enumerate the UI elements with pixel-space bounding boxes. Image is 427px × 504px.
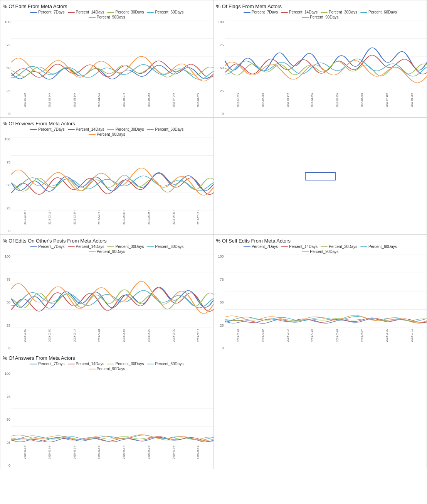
chart-cell-reviews-meta: % Of Reviews From Meta ActorsPercent_7Da… bbox=[0, 118, 214, 235]
y-tick: 0 bbox=[216, 346, 224, 350]
x-axis-labels: 2019-01-02 05:00:00Z2019-02-24 05:00:00Z… bbox=[11, 93, 214, 116]
x-tick-label: 2019-04-09 04:00:00Z bbox=[311, 328, 334, 342]
chart-wrapper: 10075502502019-02-24 05:00:00Z2019-03-11… bbox=[3, 137, 211, 233]
x-tick-label: 2019-06-30 04:00:00Z bbox=[172, 328, 195, 342]
chart-title: % Of Self Edits From Meta Actors bbox=[216, 238, 425, 244]
legend-item: Percent_30Days bbox=[107, 244, 144, 249]
y-axis-labels: 1007550250 bbox=[216, 20, 225, 116]
x-tick-label: 2019-01-02 05:00:00Z bbox=[24, 445, 46, 459]
x-tick-label: 2019-03-14 05:00:00Z bbox=[286, 328, 309, 342]
y-tick: 75 bbox=[3, 160, 10, 164]
x-tick-label: 2019-04-04 04:00:00Z bbox=[98, 328, 120, 342]
legend-item: Percent_14Days bbox=[281, 10, 318, 14]
legend-item: Percent_7Days bbox=[30, 127, 64, 131]
y-tick: 25 bbox=[216, 89, 224, 93]
x-tick-label: 2019-05-25 04:00:00Z bbox=[148, 93, 170, 107]
chart-legend: Percent_7DaysPercent_14DaysPercent_30Day… bbox=[3, 10, 211, 19]
legend-item: Percent_90Days bbox=[89, 132, 125, 137]
y-tick: 100 bbox=[3, 20, 10, 24]
legend-item: Percent_60Days bbox=[147, 127, 183, 131]
y-tick: 75 bbox=[3, 43, 10, 47]
active-selection-box[interactable] bbox=[305, 172, 336, 180]
chart-wrapper: 10075502502019-01-02 05:00:00Z2019-02-06… bbox=[3, 255, 211, 350]
chart-wrapper: 10075502502019-01-02 05:00:00Z2019-02-24… bbox=[3, 20, 211, 116]
legend-item: Percent_60Days bbox=[360, 10, 397, 14]
x-tick-label: 2019-05-07 04:00:00Z bbox=[336, 328, 358, 342]
x-tick-label: 2019-06-30 04:00:00Z bbox=[172, 211, 195, 224]
legend-item: Percent_14Days bbox=[68, 244, 104, 249]
y-tick: 0 bbox=[3, 464, 10, 467]
chart-title: % Of Flags From Meta Actors bbox=[216, 3, 425, 9]
y-tick: 50 bbox=[3, 183, 10, 187]
x-tick-label: 2019-05-29 04:00:00Z bbox=[148, 328, 170, 342]
y-tick: 0 bbox=[3, 229, 10, 233]
y-tick: 75 bbox=[3, 395, 10, 399]
y-tick: 100 bbox=[3, 255, 10, 258]
chart-legend: Percent_7DaysPercent_14DaysPercent_30Day… bbox=[216, 10, 425, 19]
y-tick: 25 bbox=[3, 441, 10, 445]
svg-container bbox=[225, 255, 427, 328]
x-tick-label: 2019-01-02 05:00:00Z bbox=[24, 93, 46, 107]
svg-container bbox=[11, 255, 214, 328]
y-tick: 75 bbox=[3, 278, 10, 281]
x-tick-label: 2019-08-05 04:00:00Z bbox=[410, 93, 427, 107]
dashboard-grid: % Of Edits From Meta ActorsPercent_7Days… bbox=[0, 0, 427, 469]
y-tick: 100 bbox=[3, 137, 10, 141]
x-axis-labels: 2019-01-02 05:00:00Z2019-02-06 05:00:00Z… bbox=[225, 328, 427, 350]
svg-container bbox=[11, 20, 214, 93]
y-tick: 50 bbox=[216, 300, 224, 304]
x-axis-labels: 2019-01-02 05:00:00Z2019-02-06 05:00:00Z… bbox=[225, 93, 427, 116]
legend-item: Percent_90Days bbox=[89, 367, 125, 371]
x-tick-label: 2019-02-06 05:00:00Z bbox=[262, 93, 284, 107]
chart-title: % Of Edits On Other's Posts From Meta Ac… bbox=[3, 238, 211, 244]
y-tick: 0 bbox=[216, 112, 224, 116]
empty-cell bbox=[214, 118, 427, 235]
x-tick-label: 2019-02-06 05:00:00Z bbox=[262, 328, 284, 342]
legend-item: Percent_60Days bbox=[147, 362, 183, 366]
x-tick-label: 2019-05-07 04:00:00Z bbox=[123, 93, 145, 107]
x-tick-label: 2019-01-02 05:00:00Z bbox=[24, 328, 46, 342]
chart-svg bbox=[11, 20, 214, 93]
chart-right-col: 2019-01-02 05:00:00Z2019-02-06 05:00:00Z… bbox=[11, 372, 214, 467]
chart-svg bbox=[225, 255, 427, 328]
chart-legend: Percent_7DaysPercent_14DaysPercent_30Day… bbox=[3, 244, 211, 254]
x-tick-label: 2019-07-18 04:00:00Z bbox=[386, 93, 408, 107]
x-tick-label: 2019-02-24 05:00:00Z bbox=[48, 93, 71, 107]
chart-right-col: 2019-02-24 05:00:00Z2019-03-11 05:00:00Z… bbox=[11, 137, 214, 233]
x-tick-label: 2019-05-07 04:00:00Z bbox=[123, 328, 145, 342]
x-tick-label: 2019-05-25 04:00:00Z bbox=[336, 93, 358, 107]
x-tick-label: 2019-05-29 04:00:00Z bbox=[148, 445, 170, 459]
svg-container bbox=[11, 372, 214, 445]
legend-item: Percent_60Days bbox=[147, 244, 183, 249]
legend-item: Percent_30Days bbox=[107, 127, 144, 131]
y-axis-labels: 1007550250 bbox=[3, 20, 11, 116]
y-tick: 50 bbox=[3, 300, 10, 304]
x-tick-label: 2019-07-04 04:00:00Z bbox=[172, 93, 195, 107]
chart-right-col: 2019-01-02 05:00:00Z2019-02-24 05:00:00Z… bbox=[11, 20, 214, 116]
x-tick-label: 2019-06-30 04:00:00Z bbox=[172, 445, 195, 459]
chart-right-col: 2019-01-02 05:00:00Z2019-02-06 05:00:00Z… bbox=[11, 255, 214, 350]
y-tick: 50 bbox=[3, 418, 10, 421]
x-tick-label: 2019-02-06 05:00:00Z bbox=[48, 445, 71, 459]
legend-item: Percent_14Days bbox=[68, 362, 104, 366]
legend-item: Percent_7Days bbox=[244, 244, 278, 249]
chart-title: % Of Answers From Meta Actors bbox=[3, 355, 211, 361]
chart-cell-edits-others: % Of Edits On Other's Posts From Meta Ac… bbox=[0, 235, 214, 352]
y-tick: 50 bbox=[3, 66, 10, 70]
chart-legend: Percent_7DaysPercent_14DaysPercent_30Day… bbox=[3, 362, 211, 371]
y-axis-labels: 1007550250 bbox=[216, 255, 225, 350]
x-tick-label: 2019-07-18 04:00:00Z bbox=[197, 328, 214, 342]
x-tick-label: 2019-03-14 05:00:00Z bbox=[73, 328, 96, 342]
x-axis-labels: 2019-01-02 05:00:00Z2019-02-06 05:00:00Z… bbox=[11, 328, 214, 350]
empty-cell bbox=[214, 352, 427, 469]
legend-item: Percent_7Days bbox=[30, 244, 64, 249]
x-axis-labels: 2019-01-02 05:00:00Z2019-02-06 05:00:00Z… bbox=[11, 445, 214, 467]
x-tick-label: 2019-02-06 05:00:00Z bbox=[48, 328, 71, 342]
chart-svg bbox=[11, 137, 214, 211]
y-tick: 75 bbox=[216, 43, 224, 47]
legend-item: Percent_30Days bbox=[321, 244, 357, 249]
x-tick-label: 2019-06-30 04:00:00Z bbox=[361, 93, 383, 107]
legend-item: Percent_30Days bbox=[321, 10, 357, 14]
x-tick-label: 2019-01-02 05:00:00Z bbox=[237, 328, 259, 342]
x-tick-label: 2019-03-14 05:00:00Z bbox=[73, 445, 96, 459]
